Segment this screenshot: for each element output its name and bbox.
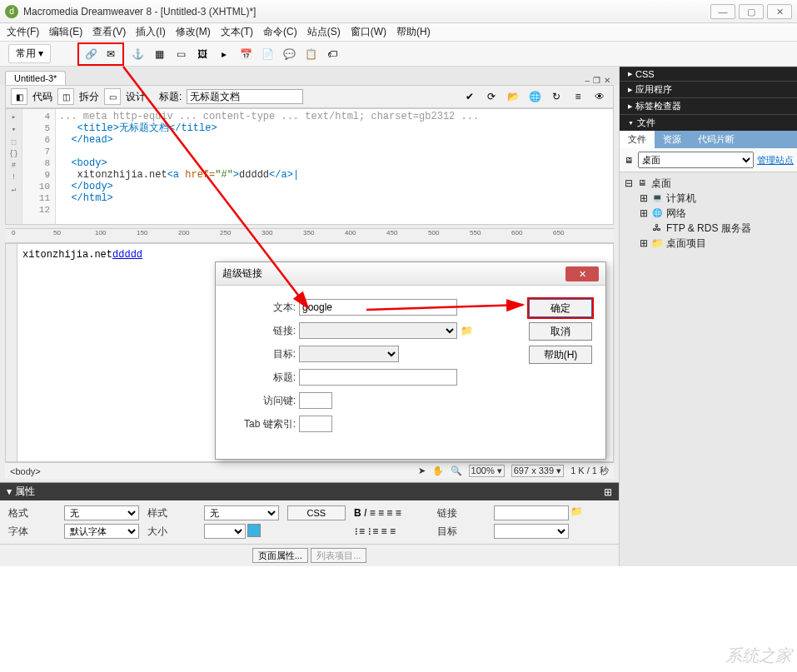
dlg-accesskey-input[interactable] xyxy=(299,392,332,409)
hyperlink-icon[interactable]: 🔗 xyxy=(82,46,99,62)
doc-close-icon[interactable]: ✕ xyxy=(604,76,610,85)
page-properties-button[interactable]: 页面属性... xyxy=(252,548,308,563)
target-select[interactable] xyxy=(494,524,569,539)
panel-files[interactable]: 文件 xyxy=(620,114,797,131)
maximize-button[interactable]: ▢ xyxy=(739,4,764,19)
dialog-close-button[interactable]: ✕ xyxy=(565,266,599,281)
menu-window[interactable]: 窗口(W) xyxy=(351,25,386,39)
menu-help[interactable]: 帮助(H) xyxy=(396,25,431,39)
dlg-title-input[interactable] xyxy=(299,369,457,386)
dlg-link-select[interactable] xyxy=(299,322,457,339)
window-size-select[interactable]: 697 x 339 ▾ xyxy=(511,465,564,477)
tab-files[interactable]: 文件 xyxy=(620,131,655,148)
code-pane[interactable]: ▸ ▾ ⬚ {} # ! ↵ 456789101112 ... meta htt… xyxy=(5,108,614,225)
code-view-label[interactable]: 代码 xyxy=(32,90,52,104)
doc-restore-icon[interactable]: ❐ xyxy=(593,76,600,85)
browse-folder-icon[interactable]: 📁 xyxy=(570,505,583,520)
tab-snippets[interactable]: 代码片断 xyxy=(690,131,743,148)
color-swatch[interactable] xyxy=(247,524,261,537)
dlg-ok-button[interactable]: 确定 xyxy=(529,299,592,317)
line-numbers-icon[interactable]: # xyxy=(12,162,16,170)
templates-icon[interactable]: 📋 xyxy=(302,46,319,62)
media-icon[interactable]: ▸ xyxy=(216,46,232,62)
doc-minimize-icon[interactable]: – xyxy=(585,76,590,85)
select-parent-icon[interactable]: ⬚ xyxy=(12,137,16,147)
menu-edit[interactable]: 编辑(E) xyxy=(49,25,82,39)
layer-icon[interactable]: ▭ xyxy=(172,46,189,62)
css-button[interactable]: CSS xyxy=(287,505,346,520)
manage-site-link[interactable]: 管理站点 xyxy=(757,154,794,167)
ftp-icon: 🖧 xyxy=(651,222,663,234)
design-link[interactable]: ddddd xyxy=(112,249,142,261)
panel-css[interactable]: CSS xyxy=(620,67,797,81)
preview-icon[interactable]: 🌐 xyxy=(526,88,543,105)
image-icon[interactable]: 🖼 xyxy=(194,46,211,62)
dlg-cancel-button[interactable]: 取消 xyxy=(529,322,592,341)
view-options-icon[interactable]: ≡ xyxy=(570,88,586,105)
table-icon[interactable]: ▦ xyxy=(151,46,167,62)
document-tab-row: Untitled-3* – ❐ ✕ xyxy=(0,67,619,85)
file-mgmt-icon[interactable]: 📂 xyxy=(505,88,521,105)
zoom-tool-icon[interactable]: 🔍 xyxy=(451,465,462,476)
zoom-select[interactable]: 100% ▾ xyxy=(469,465,505,477)
style-select[interactable]: 无 xyxy=(204,505,279,520)
server-include-icon[interactable]: 📄 xyxy=(259,46,276,62)
menu-view[interactable]: 查看(V) xyxy=(92,25,126,39)
code-collapse-icon[interactable]: ▸ xyxy=(12,112,16,122)
minimize-button[interactable]: — xyxy=(710,4,735,19)
tag-chooser-icon[interactable]: 🏷 xyxy=(324,46,341,62)
font-select[interactable]: 默认字体 xyxy=(64,524,139,539)
file-tree[interactable]: ⊟🖥桌面 ⊞💻计算机 ⊞🌐网络 🖧FTP & RDS 服务器 ⊞📁桌面项目 xyxy=(620,172,797,254)
menu-insert[interactable]: 插入(I) xyxy=(136,25,165,39)
highlight-invalid-icon[interactable]: ! xyxy=(12,173,16,182)
format-select[interactable]: 无 xyxy=(64,505,139,520)
dlg-text-input[interactable] xyxy=(299,299,457,316)
panel-app[interactable]: 应用程序 xyxy=(620,81,797,97)
visual-aids-icon[interactable]: 👁 xyxy=(591,88,608,105)
dlg-tabindex-input[interactable] xyxy=(299,416,332,432)
tab-assets[interactable]: 资源 xyxy=(655,131,690,148)
menu-site[interactable]: 站点(S) xyxy=(307,25,341,39)
design-text: xitonzhijia.net xyxy=(22,249,112,261)
design-view-label[interactable]: 设计 xyxy=(126,90,146,104)
dlg-browse-icon[interactable]: 📁 xyxy=(461,325,473,336)
select-tool-icon[interactable]: ➤ xyxy=(418,465,426,476)
code-body[interactable]: ... meta http-equiv ... content-type ...… xyxy=(56,109,613,224)
email-link-icon[interactable]: ✉ xyxy=(102,46,119,62)
horizontal-ruler: 0 50 100 150 200 250 300 350 400 450 500… xyxy=(5,228,614,243)
balance-braces-icon[interactable]: {} xyxy=(9,150,18,158)
split-view-button[interactable]: ◫ xyxy=(57,88,74,105)
document-tab[interactable]: Untitled-3* xyxy=(5,71,66,85)
split-view-label[interactable]: 拆分 xyxy=(79,90,99,104)
refresh-icon[interactable]: ↻ xyxy=(548,88,565,105)
properties-header[interactable]: 属性⊞ xyxy=(0,483,619,500)
panel-tag-inspector[interactable]: 标签检查器 xyxy=(620,97,797,114)
comment-icon[interactable]: 💬 xyxy=(281,46,297,62)
menu-command[interactable]: 命令(C) xyxy=(263,25,297,39)
italic-button[interactable]: I xyxy=(364,507,366,519)
site-select[interactable]: 桌面 xyxy=(638,152,754,168)
close-button[interactable]: ✕ xyxy=(767,4,792,19)
dlg-help-button[interactable]: 帮助(H) xyxy=(529,346,592,364)
list-item-button[interactable]: 列表项目... xyxy=(311,548,366,563)
bold-button[interactable]: B xyxy=(354,507,361,519)
size-select[interactable] xyxy=(204,524,246,539)
date-icon[interactable]: 📅 xyxy=(237,46,254,62)
code-view-button[interactable]: ◧ xyxy=(11,88,27,105)
menu-file[interactable]: 文件(F) xyxy=(7,25,39,39)
word-wrap-icon[interactable]: ↵ xyxy=(12,185,16,194)
validate-icon[interactable]: ✔ xyxy=(461,88,478,105)
menu-text[interactable]: 文本(T) xyxy=(221,25,253,39)
design-view-button[interactable]: ▭ xyxy=(104,88,121,105)
insert-category-select[interactable]: 常用 ▾ xyxy=(8,44,51,63)
link-input[interactable] xyxy=(494,505,569,520)
browser-check-icon[interactable]: ⟳ xyxy=(483,88,500,105)
dlg-target-select[interactable] xyxy=(299,346,399,362)
named-anchor-icon[interactable]: ⚓ xyxy=(129,46,146,62)
document-title-input[interactable] xyxy=(187,89,303,104)
menu-modify[interactable]: 修改(M) xyxy=(176,25,211,39)
hand-tool-icon[interactable]: ✋ xyxy=(432,465,444,476)
list-buttons[interactable]: ⫶≡ ⫶≡ ≡ ≡ xyxy=(354,525,429,537)
tag-selector[interactable]: <body> xyxy=(10,466,41,476)
code-expand-icon[interactable]: ▾ xyxy=(12,125,16,134)
